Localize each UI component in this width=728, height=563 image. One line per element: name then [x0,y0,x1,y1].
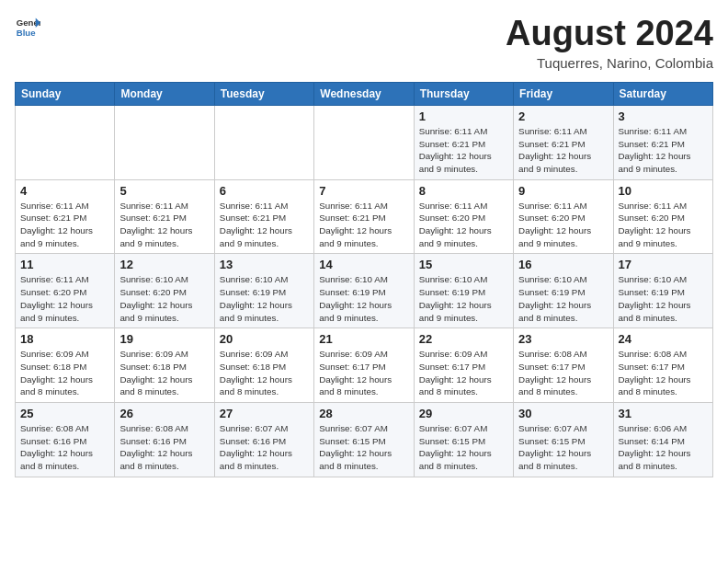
calendar-cell: 26Sunrise: 6:08 AM Sunset: 6:16 PM Dayli… [115,403,214,477]
day-info: Sunrise: 6:09 AM Sunset: 6:17 PM Dayligh… [319,348,408,398]
day-info: Sunrise: 6:11 AM Sunset: 6:21 PM Dayligh… [619,125,708,176]
week-row-4: 18Sunrise: 6:09 AM Sunset: 6:18 PM Dayli… [16,328,713,403]
day-number: 30 [518,407,608,420]
day-number: 31 [619,407,708,420]
calendar-cell: 13Sunrise: 6:10 AM Sunset: 6:19 PM Dayli… [214,254,313,328]
day-number: 9 [518,184,608,198]
calendar-cell [214,105,313,179]
day-number: 20 [220,332,309,346]
calendar-cell: 7Sunrise: 6:11 AM Sunset: 6:21 PM Daylig… [314,179,414,254]
day-number: 26 [119,407,209,420]
day-number: 7 [319,184,408,198]
day-info: Sunrise: 6:08 AM Sunset: 6:17 PM Dayligh… [518,348,608,398]
calendar-cell: 31Sunrise: 6:06 AM Sunset: 6:14 PM Dayli… [613,403,712,477]
logo: General Blue [15,15,40,40]
day-number: 14 [319,258,408,271]
day-info: Sunrise: 6:07 AM Sunset: 6:15 PM Dayligh… [518,422,608,473]
calendar-cell: 9Sunrise: 6:11 AM Sunset: 6:20 PM Daylig… [514,179,613,254]
calendar-cell: 15Sunrise: 6:10 AM Sunset: 6:19 PM Dayli… [414,254,513,328]
day-number: 25 [20,407,109,420]
day-number: 28 [319,407,408,420]
week-row-2: 4Sunrise: 6:11 AM Sunset: 6:21 PM Daylig… [16,179,713,254]
calendar-cell: 25Sunrise: 6:08 AM Sunset: 6:16 PM Dayli… [16,403,115,477]
weekday-header-friday: Friday [514,82,613,105]
weekday-header-sunday: Sunday [16,82,115,105]
calendar-cell: 23Sunrise: 6:08 AM Sunset: 6:17 PM Dayli… [514,328,613,403]
day-number: 22 [419,332,508,346]
day-info: Sunrise: 6:09 AM Sunset: 6:18 PM Dayligh… [220,348,309,398]
day-number: 4 [20,184,109,198]
day-info: Sunrise: 6:10 AM Sunset: 6:19 PM Dayligh… [518,273,608,324]
weekday-header-thursday: Thursday [414,82,513,105]
calendar-cell: 19Sunrise: 6:09 AM Sunset: 6:18 PM Dayli… [115,328,214,403]
calendar-cell: 4Sunrise: 6:11 AM Sunset: 6:21 PM Daylig… [16,179,115,254]
calendar-cell: 28Sunrise: 6:07 AM Sunset: 6:15 PM Dayli… [314,403,414,477]
header: General Blue August 2024 Tuquerres, Nari… [15,15,713,71]
day-info: Sunrise: 6:10 AM Sunset: 6:19 PM Dayligh… [319,273,408,324]
calendar-cell: 29Sunrise: 6:07 AM Sunset: 6:15 PM Dayli… [414,403,513,477]
day-number: 29 [419,407,508,420]
day-info: Sunrise: 6:11 AM Sunset: 6:21 PM Dayligh… [220,200,309,250]
day-info: Sunrise: 6:11 AM Sunset: 6:21 PM Dayligh… [119,200,209,250]
day-number: 1 [419,109,508,123]
day-info: Sunrise: 6:08 AM Sunset: 6:16 PM Dayligh… [20,422,109,473]
calendar-cell: 30Sunrise: 6:07 AM Sunset: 6:15 PM Dayli… [514,403,613,477]
day-info: Sunrise: 6:08 AM Sunset: 6:17 PM Dayligh… [619,348,708,398]
weekday-header-saturday: Saturday [613,82,712,105]
calendar-cell: 20Sunrise: 6:09 AM Sunset: 6:18 PM Dayli… [214,328,313,403]
calendar-title: August 2024 [506,15,713,53]
day-info: Sunrise: 6:08 AM Sunset: 6:16 PM Dayligh… [119,422,209,473]
day-info: Sunrise: 6:09 AM Sunset: 6:17 PM Dayligh… [419,348,508,398]
calendar-cell: 14Sunrise: 6:10 AM Sunset: 6:19 PM Dayli… [314,254,414,328]
day-number: 16 [518,258,608,271]
calendar-cell: 5Sunrise: 6:11 AM Sunset: 6:21 PM Daylig… [115,179,214,254]
calendar-cell: 18Sunrise: 6:09 AM Sunset: 6:18 PM Dayli… [16,328,115,403]
day-info: Sunrise: 6:07 AM Sunset: 6:16 PM Dayligh… [220,422,309,473]
day-number: 3 [619,109,708,123]
day-info: Sunrise: 6:10 AM Sunset: 6:19 PM Dayligh… [419,273,508,324]
day-number: 12 [119,258,209,271]
calendar-cell: 27Sunrise: 6:07 AM Sunset: 6:16 PM Dayli… [214,403,313,477]
calendar-cell: 11Sunrise: 6:11 AM Sunset: 6:20 PM Dayli… [16,254,115,328]
calendar-cell: 12Sunrise: 6:10 AM Sunset: 6:20 PM Dayli… [115,254,214,328]
day-number: 10 [619,184,708,198]
day-info: Sunrise: 6:11 AM Sunset: 6:21 PM Dayligh… [319,200,408,250]
calendar-cell [314,105,414,179]
day-number: 23 [518,332,608,346]
day-info: Sunrise: 6:11 AM Sunset: 6:21 PM Dayligh… [419,125,508,176]
day-number: 13 [220,258,309,271]
day-number: 17 [619,258,708,271]
calendar-cell: 22Sunrise: 6:09 AM Sunset: 6:17 PM Dayli… [414,328,513,403]
day-info: Sunrise: 6:06 AM Sunset: 6:14 PM Dayligh… [619,422,708,473]
calendar-cell: 1Sunrise: 6:11 AM Sunset: 6:21 PM Daylig… [414,105,513,179]
day-info: Sunrise: 6:11 AM Sunset: 6:20 PM Dayligh… [518,200,608,250]
logo-icon: General Blue [15,15,40,40]
calendar-cell: 3Sunrise: 6:11 AM Sunset: 6:21 PM Daylig… [613,105,712,179]
calendar-cell [16,105,115,179]
day-number: 15 [419,258,508,271]
calendar-cell: 24Sunrise: 6:08 AM Sunset: 6:17 PM Dayli… [613,328,712,403]
calendar-table: SundayMondayTuesdayWednesdayThursdayFrid… [15,82,713,477]
day-number: 19 [119,332,209,346]
day-number: 2 [518,109,608,123]
svg-text:Blue: Blue [17,28,36,38]
day-number: 11 [20,258,109,271]
week-row-5: 25Sunrise: 6:08 AM Sunset: 6:16 PM Dayli… [16,403,713,477]
weekday-header-monday: Monday [115,82,214,105]
day-info: Sunrise: 6:07 AM Sunset: 6:15 PM Dayligh… [419,422,508,473]
day-number: 21 [319,332,408,346]
calendar-cell: 2Sunrise: 6:11 AM Sunset: 6:21 PM Daylig… [514,105,613,179]
calendar-cell: 21Sunrise: 6:09 AM Sunset: 6:17 PM Dayli… [314,328,414,403]
calendar-cell: 8Sunrise: 6:11 AM Sunset: 6:20 PM Daylig… [414,179,513,254]
day-info: Sunrise: 6:07 AM Sunset: 6:15 PM Dayligh… [319,422,408,473]
day-number: 5 [119,184,209,198]
day-info: Sunrise: 6:10 AM Sunset: 6:19 PM Dayligh… [220,273,309,324]
day-number: 18 [20,332,109,346]
calendar-subtitle: Tuquerres, Narino, Colombia [506,55,713,71]
day-info: Sunrise: 6:11 AM Sunset: 6:20 PM Dayligh… [20,273,109,324]
weekday-header-wednesday: Wednesday [314,82,414,105]
day-info: Sunrise: 6:11 AM Sunset: 6:21 PM Dayligh… [518,125,608,176]
day-info: Sunrise: 6:10 AM Sunset: 6:20 PM Dayligh… [119,273,209,324]
day-info: Sunrise: 6:11 AM Sunset: 6:20 PM Dayligh… [419,200,508,250]
week-row-1: 1Sunrise: 6:11 AM Sunset: 6:21 PM Daylig… [16,105,713,179]
